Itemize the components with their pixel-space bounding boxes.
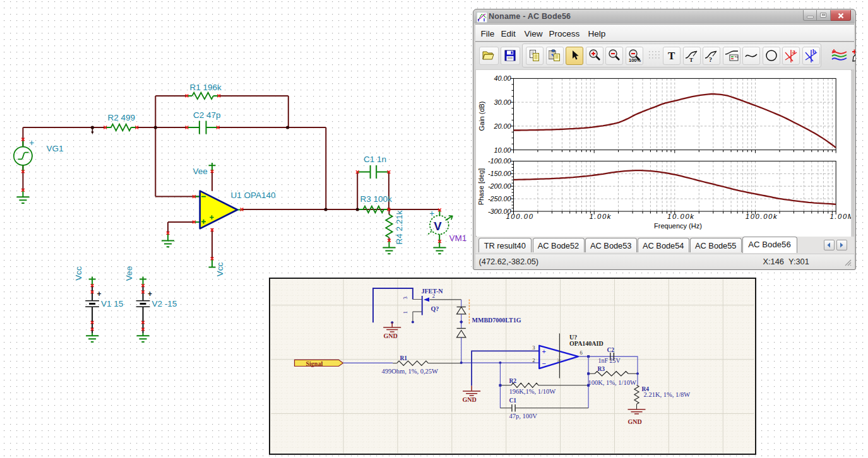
svg-text:499Ohm, 1%, 0,25W: 499Ohm, 1%, 0,25W bbox=[381, 367, 438, 374]
svg-text:Signal: Signal bbox=[306, 360, 323, 367]
svg-text:100.00k: 100.00k bbox=[746, 213, 778, 220]
svg-text:V: V bbox=[434, 220, 442, 233]
svg-text:−: − bbox=[542, 360, 545, 367]
svg-text:OPA140AID: OPA140AID bbox=[569, 339, 603, 346]
svg-text:-150.00: -150.00 bbox=[488, 170, 511, 177]
svg-text:Vee: Vee bbox=[124, 266, 134, 281]
svg-text:+: + bbox=[429, 208, 434, 218]
svg-text:100%: 100% bbox=[629, 57, 641, 62]
svg-text:GND: GND bbox=[383, 332, 397, 339]
svg-text:R3: R3 bbox=[597, 366, 605, 372]
svg-text:3: 3 bbox=[532, 344, 535, 351]
svg-text:30.00: 30.00 bbox=[494, 98, 511, 106]
svg-text:V2 -15: V2 -15 bbox=[152, 299, 177, 308]
svg-text:2.21K, 1%, 1/8W: 2.21K, 1%, 1/8W bbox=[643, 391, 690, 398]
svg-text:40.00: 40.00 bbox=[494, 74, 511, 82]
svg-text:C2: C2 bbox=[607, 346, 614, 353]
svg-text:3: 3 bbox=[401, 296, 408, 299]
svg-text:1nF 25V: 1nF 25V bbox=[598, 356, 621, 363]
svg-text:100.00: 100.00 bbox=[506, 213, 533, 220]
svg-text:47p, 100V: 47p, 100V bbox=[509, 413, 537, 420]
svg-text:2: 2 bbox=[432, 293, 435, 299]
svg-text:R2 499: R2 499 bbox=[108, 113, 136, 122]
svg-text:-200.00: -200.00 bbox=[488, 182, 511, 190]
svg-text:1.00k: 1.00k bbox=[589, 213, 612, 220]
svg-text:+: + bbox=[29, 138, 34, 148]
svg-text:V1 15: V1 15 bbox=[101, 299, 123, 308]
svg-text:1.00M: 1.00M bbox=[829, 213, 851, 220]
svg-text:10.00: 10.00 bbox=[494, 146, 511, 154]
svg-text:Frequency (Hz): Frequency (Hz) bbox=[654, 222, 702, 230]
svg-text:2: 2 bbox=[532, 357, 535, 363]
svg-text:C1 1n: C1 1n bbox=[364, 155, 386, 164]
svg-text:Vcc: Vcc bbox=[215, 262, 225, 277]
svg-text:a: a bbox=[792, 48, 795, 55]
svg-text:GND: GND bbox=[627, 418, 641, 425]
svg-text:Q?: Q? bbox=[431, 305, 439, 312]
svg-text:VM1: VM1 bbox=[449, 233, 467, 243]
svg-text:U1 OPA140: U1 OPA140 bbox=[231, 191, 276, 200]
svg-text:C1: C1 bbox=[509, 397, 516, 404]
svg-text:=x: =x bbox=[734, 55, 738, 59]
svg-text:6: 6 bbox=[580, 349, 582, 356]
svg-text:Phase [deg]: Phase [deg] bbox=[477, 168, 485, 206]
svg-text:GND: GND bbox=[462, 396, 476, 403]
svg-text:VG1: VG1 bbox=[47, 144, 64, 153]
svg-text:10.00k: 10.00k bbox=[667, 213, 695, 220]
svg-text:T: T bbox=[668, 50, 675, 62]
svg-text:Gain (dB): Gain (dB) bbox=[478, 101, 485, 131]
svg-text:+: + bbox=[97, 290, 102, 298]
svg-text:R1: R1 bbox=[400, 355, 407, 361]
svg-text:V+: V+ bbox=[556, 355, 562, 361]
svg-text:Vee: Vee bbox=[193, 167, 208, 176]
svg-text:100K, 1%, 1/10W: 100K, 1%, 1/10W bbox=[588, 379, 636, 386]
svg-text:R3 100k: R3 100k bbox=[360, 194, 393, 204]
svg-text:R4 2.21k: R4 2.21k bbox=[395, 210, 404, 244]
svg-text:b: b bbox=[812, 48, 816, 55]
svg-text:R1 196k: R1 196k bbox=[190, 83, 222, 92]
svg-text:+: + bbox=[148, 290, 152, 298]
svg-text:-100.00: -100.00 bbox=[488, 157, 511, 165]
svg-text:?: ? bbox=[709, 56, 712, 62]
svg-text:R2: R2 bbox=[509, 377, 516, 384]
svg-text:20.00: 20.00 bbox=[493, 122, 511, 130]
svg-text:C2 47p: C2 47p bbox=[193, 110, 221, 120]
svg-text:-250.00: -250.00 bbox=[488, 195, 511, 203]
svg-text:T: T bbox=[689, 57, 693, 62]
svg-text:Vcc: Vcc bbox=[74, 266, 83, 281]
svg-text:1: 1 bbox=[401, 311, 408, 314]
svg-text:+: + bbox=[542, 348, 545, 355]
svg-text:MMBD7000LT1G: MMBD7000LT1G bbox=[472, 317, 521, 324]
svg-text:196K,1%, 1/10W: 196K,1%, 1/10W bbox=[509, 388, 556, 395]
